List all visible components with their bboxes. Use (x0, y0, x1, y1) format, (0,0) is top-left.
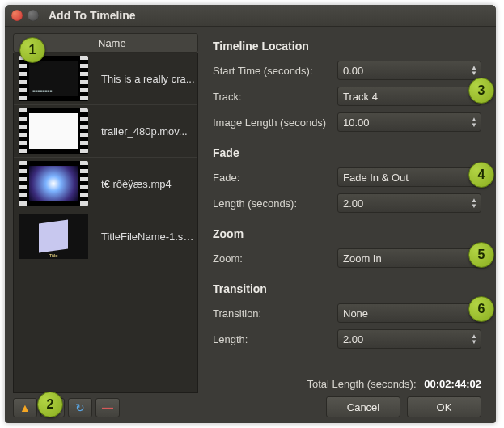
file-list-panel: Name ■■■■■■■■ This is a really cra... tr… (5, 27, 203, 423)
file-name: This is a really cra... (93, 73, 197, 85)
transition-select[interactable]: None ▾ (337, 303, 481, 323)
window-close-button[interactable] (11, 10, 23, 21)
shuffle-button[interactable]: ↻ (68, 398, 92, 417)
start-time-label: Start Time (seconds): (213, 65, 337, 77)
list-item[interactable]: ■■■■■■■■ This is a really cra... (14, 53, 197, 104)
arrow-up-icon: ▲ (19, 401, 31, 414)
file-name: trailer_480p.mov... (93, 125, 197, 138)
remove-button[interactable]: — (95, 398, 120, 417)
track-label: Track: (213, 91, 337, 103)
callout-2: 2 (37, 392, 63, 417)
spinner-arrows-icon[interactable]: ▲▼ (471, 65, 477, 76)
transition-length-label: Length: (213, 333, 337, 345)
shuffle-icon: ↻ (75, 401, 85, 414)
file-name: TitleFileName-1.svg... (93, 231, 197, 243)
callout-4: 4 (468, 162, 494, 188)
column-name[interactable]: Name (93, 37, 197, 49)
list-item[interactable]: Title TitleFileName-1.svg... (14, 210, 197, 262)
fade-length-input[interactable]: 2.00 ▲▼ (337, 193, 481, 213)
thumbnail (14, 105, 93, 157)
image-length-input[interactable]: 10.00 ▲▼ (337, 112, 481, 132)
image-length-label: Image Length (seconds) (213, 117, 337, 129)
spinner-arrows-icon[interactable]: ▲▼ (471, 333, 477, 345)
list-item[interactable]: trailer_480p.mov... (14, 104, 197, 157)
cancel-button[interactable]: Cancel (326, 396, 400, 417)
section-zoom: Zoom (213, 227, 481, 240)
fade-select[interactable]: Fade In & Out ▾ (337, 167, 481, 187)
callout-6: 6 (468, 296, 494, 322)
window-title: Add To Timeline (49, 9, 136, 22)
callout-3: 3 (468, 78, 494, 104)
track-select[interactable]: Track 4 ▾ (337, 87, 481, 106)
transition-length-input[interactable]: 2.00 ▲▼ (337, 329, 481, 349)
fade-length-label: Length (seconds): (213, 197, 337, 210)
file-name: t€ rôèÿæs.mp4 (93, 178, 197, 190)
total-length-display: Total Length (seconds): 00:02:44:02 (307, 378, 481, 390)
spinner-arrows-icon[interactable]: ▲▼ (471, 197, 477, 209)
spinner-arrows-icon[interactable]: ▲▼ (471, 117, 477, 128)
thumbnail (14, 158, 93, 210)
dialog-add-to-timeline: Add To Timeline Name ■■■■■■■■ This is a … (5, 5, 496, 423)
fade-label: Fade: (213, 172, 337, 184)
transition-label: Transition: (213, 307, 337, 320)
remove-icon: — (102, 401, 113, 414)
ok-button[interactable]: OK (407, 396, 481, 417)
move-up-button[interactable]: ▲ (13, 398, 37, 417)
window-minimize-button[interactable] (28, 10, 39, 21)
file-list[interactable]: ■■■■■■■■ This is a really cra... trailer… (13, 53, 198, 393)
section-fade: Fade (213, 146, 481, 159)
list-item[interactable]: t€ rôèÿæs.mp4 (14, 157, 197, 210)
section-timeline-location: Timeline Location (213, 40, 481, 53)
zoom-label: Zoom: (213, 252, 337, 265)
zoom-select[interactable]: Zoom In ▾ (337, 248, 481, 268)
thumbnail: Title (14, 210, 93, 262)
start-time-input[interactable]: 0.00 ▲▼ (337, 61, 481, 80)
section-transition: Transition (213, 282, 481, 295)
titlebar: Add To Timeline (5, 5, 496, 27)
callout-1: 1 (19, 37, 45, 63)
settings-panel: Timeline Location Start Time (seconds): … (203, 27, 496, 423)
callout-5: 5 (468, 242, 494, 268)
